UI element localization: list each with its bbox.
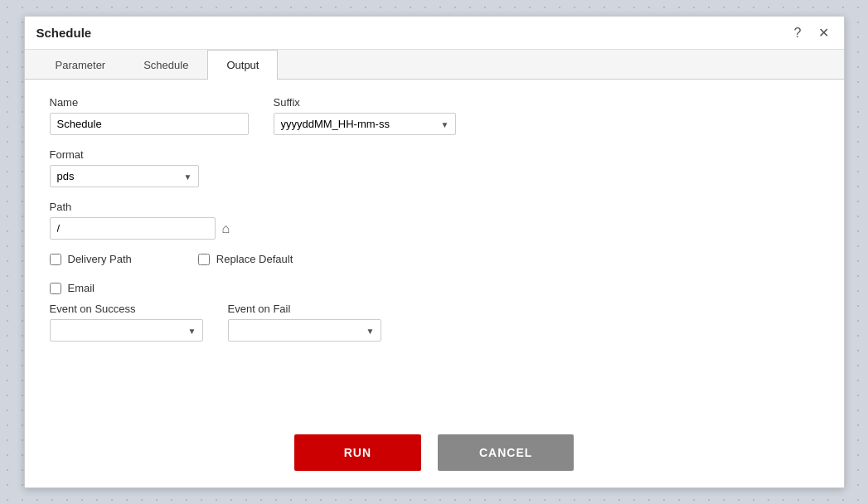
replace-default-label: Replace Default	[216, 253, 293, 265]
name-suffix-row: Name Suffix yyyyddMM_HH-mm-ss yyyyMMdd y…	[50, 96, 819, 135]
suffix-group: Suffix yyyyddMM_HH-mm-ss yyyyMMdd yyyyMM…	[274, 96, 456, 135]
close-button[interactable]: ✕	[815, 23, 832, 42]
format-label: Format	[50, 148, 199, 161]
path-group: Path ⌂	[50, 201, 819, 240]
path-label: Path	[50, 201, 819, 213]
event-row: Event on Success Event on Fail	[50, 303, 819, 342]
dialog-content: Name Suffix yyyyddMM_HH-mm-ss yyyyMMdd y…	[25, 80, 844, 418]
path-input[interactable]	[50, 217, 216, 240]
dialog-footer: RUN CANCEL	[25, 418, 844, 487]
title-actions: ? ✕	[791, 23, 832, 42]
event-fail-label: Event on Fail	[228, 303, 381, 315]
checkbox-row-1: Delivery Path Replace Default	[50, 253, 819, 274]
suffix-label: Suffix	[274, 96, 456, 109]
run-button[interactable]: RUN	[294, 434, 421, 471]
suffix-select[interactable]: yyyyddMM_HH-mm-ss yyyyMMdd yyyyMMdd_HHmm…	[274, 113, 456, 135]
event-fail-group: Event on Fail	[228, 303, 381, 342]
name-label: Name	[50, 96, 249, 109]
event-success-select-wrap	[50, 319, 203, 342]
delivery-path-checkbox[interactable]	[50, 254, 61, 265]
format-select-wrap: pds csv xlsx pdf	[50, 165, 199, 187]
format-row: Format pds csv xlsx pdf	[50, 148, 819, 187]
name-group: Name	[50, 96, 249, 135]
delivery-path-label: Delivery Path	[68, 253, 132, 265]
event-success-label: Event on Success	[50, 303, 203, 315]
email-row: Email	[50, 282, 819, 294]
replace-default-row: Replace Default	[198, 253, 293, 265]
dialog-title-bar: Schedule ? ✕	[25, 17, 844, 50]
dialog-title: Schedule	[36, 26, 92, 40]
name-input[interactable]	[50, 113, 249, 135]
event-success-group: Event on Success	[50, 303, 203, 342]
schedule-dialog: Schedule ? ✕ Parameter Schedule Output N…	[24, 16, 845, 488]
replace-default-checkbox[interactable]	[198, 254, 210, 265]
event-fail-select-wrap	[228, 319, 381, 342]
cancel-button[interactable]: CANCEL	[438, 434, 574, 471]
event-fail-select[interactable]	[228, 319, 381, 342]
suffix-select-wrap: yyyyddMM_HH-mm-ss yyyyMMdd yyyyMMdd_HHmm…	[274, 113, 456, 135]
event-success-select[interactable]	[50, 319, 203, 342]
help-button[interactable]: ?	[791, 24, 805, 42]
home-icon[interactable]: ⌂	[222, 221, 230, 236]
tab-schedule[interactable]: Schedule	[124, 50, 207, 80]
tab-parameter[interactable]: Parameter	[36, 50, 125, 80]
email-label: Email	[68, 282, 95, 294]
email-checkbox[interactable]	[50, 283, 61, 294]
delivery-path-row: Delivery Path	[50, 253, 132, 265]
path-row: ⌂	[50, 217, 819, 240]
format-group: Format pds csv xlsx pdf	[50, 148, 199, 187]
tabs-bar: Parameter Schedule Output	[25, 50, 844, 80]
tab-output[interactable]: Output	[207, 50, 278, 80]
format-select[interactable]: pds csv xlsx pdf	[50, 165, 199, 187]
